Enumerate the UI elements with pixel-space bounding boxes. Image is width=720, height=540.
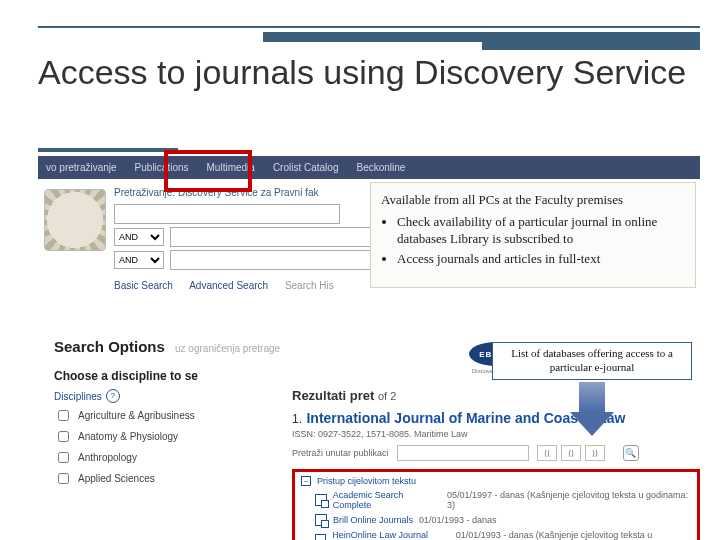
source-icon (315, 494, 327, 506)
pager-mid[interactable]: ⟨⟩ (561, 445, 581, 461)
search-icon[interactable]: 🔍 (623, 445, 639, 461)
pager: ⟨⟨ ⟨⟩ ⟩⟩ (537, 445, 605, 461)
source-dates: 01/01/1993 - danas (Kašnjenje cjelovitog… (456, 530, 691, 540)
results-heading: Rezultati pret (292, 388, 374, 403)
discipline-label: Agriculture & Agribusiness (78, 410, 195, 421)
source-link-brill[interactable]: Brill Online Journals (333, 515, 413, 525)
source-link-heinonline[interactable]: HeinOnline Law Journal Library (332, 530, 449, 540)
collapse-icon[interactable]: – (301, 476, 311, 486)
arrow-down-icon (570, 382, 614, 436)
source-dates: 01/01/1993 - danas (419, 515, 497, 525)
note-bullet-check: Check availability of a particular journ… (397, 213, 685, 248)
source-icon (315, 514, 327, 526)
discipline-checkbox-anatomy[interactable] (58, 431, 69, 442)
search-within-label: Pretraži unutar publikaci (292, 448, 389, 458)
title-underline (38, 148, 178, 152)
results-count: of 2 (378, 390, 396, 402)
discipline-checkbox-anthropology[interactable] (58, 452, 69, 463)
pager-prev[interactable]: ⟨⟨ (537, 445, 557, 461)
source-link-academic[interactable]: Academic Search Complete (333, 490, 441, 510)
discipline-checkbox-agriculture[interactable] (58, 410, 69, 421)
link-search-history[interactable]: Search His (285, 280, 334, 291)
callout-box: List of databases offering access to a p… (492, 342, 692, 436)
disciplines-label: Disciplines (54, 391, 102, 402)
search-field-3[interactable] (170, 250, 396, 270)
top-rule (38, 26, 700, 42)
search-options-sub: uz ograničenja pretrage (175, 343, 280, 354)
nav-item-crolist[interactable]: Crolist Catalog (273, 162, 339, 173)
link-basic-search[interactable]: Basic Search (114, 280, 173, 291)
search-field-1[interactable] (114, 204, 340, 224)
highlight-fulltext-sources: – Pristup cijelovitom tekstu Academic Se… (292, 469, 700, 540)
search-within-input[interactable] (397, 445, 529, 461)
result-number: 1. (292, 412, 302, 426)
discipline-label: Anatomy & Physiology (78, 431, 178, 442)
bool-select-1[interactable]: AND (114, 228, 164, 246)
discipline-label: Applied Sciences (78, 473, 155, 484)
note-bullet-access: Access journals and articles in full-tex… (397, 250, 685, 268)
nav-item-beckonline[interactable]: Beckonline (356, 162, 405, 173)
annotation-box: Available from all PCs at the Faculty pr… (370, 182, 696, 288)
highlight-publications (164, 150, 252, 192)
nav-item-new-search[interactable]: vo pretraživanje (46, 162, 117, 173)
slide-title: Access to journals using Discovery Servi… (38, 52, 686, 93)
note-line-availability: Available from all PCs at the Faculty pr… (381, 191, 685, 209)
source-icon (315, 534, 326, 540)
search-field-2[interactable] (170, 227, 396, 247)
university-seal (44, 189, 106, 251)
source-dates: 05/01/1997 - danas (Kašnjenje cjelovitog… (447, 490, 691, 510)
help-icon[interactable]: ? (106, 389, 120, 403)
pager-next[interactable]: ⟩⟩ (585, 445, 605, 461)
link-advanced-search[interactable]: Advanced Search (189, 280, 268, 291)
callout-text: List of databases offering access to a p… (492, 342, 692, 380)
fulltext-heading: Pristup cijelovitom tekstu (317, 476, 416, 486)
discipline-checkbox-applied-sciences[interactable] (58, 473, 69, 484)
bool-select-2[interactable]: AND (114, 251, 164, 269)
top-nav: vo pretraživanje Publications Multimedia… (38, 156, 700, 179)
discipline-label: Anthropology (78, 452, 137, 463)
embedded-screenshot: vo pretraživanje Publications Multimedia… (38, 156, 700, 532)
